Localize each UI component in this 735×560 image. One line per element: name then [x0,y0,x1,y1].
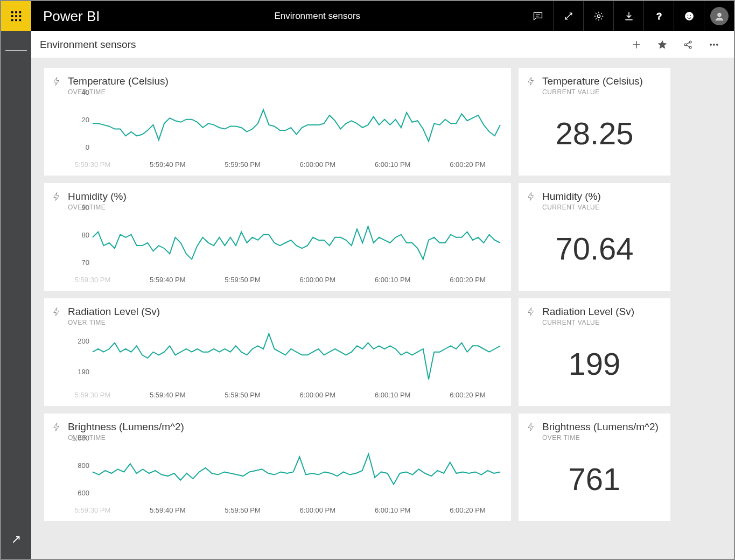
y-tick: 1,000 [72,434,89,442]
download-button[interactable] [613,1,643,31]
tile-title: Temperature (Celsius) [68,75,169,87]
y-tick: 200 [78,337,89,345]
x-tick: 6:00:10 PM [375,391,411,399]
x-tick: 5:59:30 PM [75,276,111,284]
favorite-button[interactable] [655,38,669,52]
dashboard-canvas: Temperature (Celsius)OVER TIME020405:59:… [31,58,734,559]
x-tick: 5:59:40 PM [150,160,186,169]
y-tick: 800 [78,461,89,470]
smile-icon [684,11,695,22]
svg-rect-6 [11,19,13,22]
tile-chart-temperature[interactable]: Temperature (Celsius)OVER TIME020405:59:… [44,68,511,176]
bolt-icon [52,76,62,88]
nav-expand-button[interactable] [5,529,27,550]
nav-toggle-button[interactable] [5,40,27,61]
tile-subtitle: CURRENT VALUE [542,319,634,326]
ellipsis-icon [709,39,719,50]
subscribe-button[interactable] [681,38,695,52]
x-tick: 5:59:40 PM [150,276,186,284]
svg-rect-7 [15,19,17,22]
tile-chart-radiation[interactable]: Radiation Level (Sv)OVER TIME1902005:59:… [44,298,511,406]
tile-title: Temperature (Celsius) [542,75,643,87]
svg-rect-2 [19,11,22,13]
more-options-button[interactable] [707,38,721,52]
x-tick: 6:00:10 PM [375,160,411,169]
x-tick: 6:00:00 PM [300,276,336,284]
breadcrumb-bar: Environment sensors [31,31,734,58]
x-tick: 6:00:00 PM [300,160,336,169]
svg-point-13 [685,12,693,20]
bolt-icon [526,422,537,434]
star-icon [657,39,668,50]
x-tick: 5:59:50 PM [225,276,261,284]
tile-value-brightness[interactable]: Brightness (Lumens/m^2)OVER TIME761 [519,414,670,521]
left-nav-rail [1,31,31,559]
y-tick: 90 [82,204,89,212]
tile-chart-humidity[interactable]: Humidity (%)OVER TIME7080905:59:30 PM5:5… [44,183,511,291]
current-value: 28.25 [526,96,663,170]
current-value: 199 [526,326,663,401]
tile-title: Radiation Level (Sv) [542,306,634,318]
x-tick: 5:59:30 PM [75,391,111,399]
current-value: 70.64 [526,211,663,285]
page-title: Environment sensors [40,39,136,51]
help-icon: ? [654,11,664,22]
share-icon [683,39,694,50]
arrow-out-icon [10,534,22,545]
header-title: Environment sensors [112,1,523,31]
x-tick: 5:59:50 PM [225,506,261,514]
comments-button[interactable] [523,1,553,31]
top-header: Power BI Environment sensors ? [1,1,734,31]
help-button[interactable]: ? [643,1,674,31]
x-tick: 6:00:10 PM [375,276,411,284]
svg-rect-5 [19,15,22,17]
plus-icon [631,39,642,50]
bolt-icon [52,307,62,319]
person-icon [714,11,725,22]
svg-point-11 [597,15,600,17]
svg-point-19 [689,46,691,48]
svg-rect-3 [11,15,13,17]
tile-value-humidity[interactable]: Humidity (%)CURRENT VALUE70.64 [519,183,670,291]
bolt-icon [52,192,62,204]
svg-point-14 [687,15,688,16]
tile-value-temperature[interactable]: Temperature (Celsius)CURRENT VALUE28.25 [519,68,670,176]
x-tick: 6:00:10 PM [375,506,411,514]
tile-title: Humidity (%) [68,191,127,202]
svg-point-21 [713,44,715,45]
svg-text:?: ? [656,11,661,22]
y-tick: 40 [82,88,89,96]
download-icon [624,11,634,22]
svg-point-18 [689,41,691,43]
svg-point-15 [690,15,691,16]
tile-chart-brightness[interactable]: Brightness (Lumens/m^2)OVER TIME6008001,… [44,414,511,521]
svg-point-17 [684,44,687,46]
x-tick: 5:59:40 PM [150,506,186,514]
x-tick: 5:59:50 PM [225,391,261,399]
x-tick: 6:00:00 PM [300,506,336,514]
svg-rect-1 [15,11,17,13]
x-tick: 6:00:20 PM [450,160,486,169]
app-launcher-button[interactable] [1,1,31,31]
bolt-icon [526,307,537,319]
feedback-button[interactable] [674,1,704,31]
svg-rect-8 [19,19,22,22]
tile-subtitle: OVER TIME [68,319,160,326]
x-tick: 6:00:20 PM [450,391,486,399]
fullscreen-button[interactable] [553,1,583,31]
gear-icon [593,11,604,22]
settings-button[interactable] [583,1,613,31]
bolt-icon [52,422,62,434]
x-tick: 6:00:20 PM [450,506,486,514]
tile-title: Humidity (%) [542,191,601,202]
comments-icon [533,11,543,22]
account-button[interactable] [704,1,734,31]
add-tile-button[interactable] [629,38,643,52]
tile-title: Brightness (Lumens/m^2) [68,421,184,433]
x-tick: 5:59:30 PM [75,506,111,514]
tile-value-radiation[interactable]: Radiation Level (Sv)CURRENT VALUE199 [519,298,670,406]
tile-title: Brightness (Lumens/m^2) [542,421,659,433]
svg-point-16 [717,13,721,17]
tile-subtitle: CURRENT VALUE [542,88,643,96]
y-tick: 70 [82,258,89,267]
